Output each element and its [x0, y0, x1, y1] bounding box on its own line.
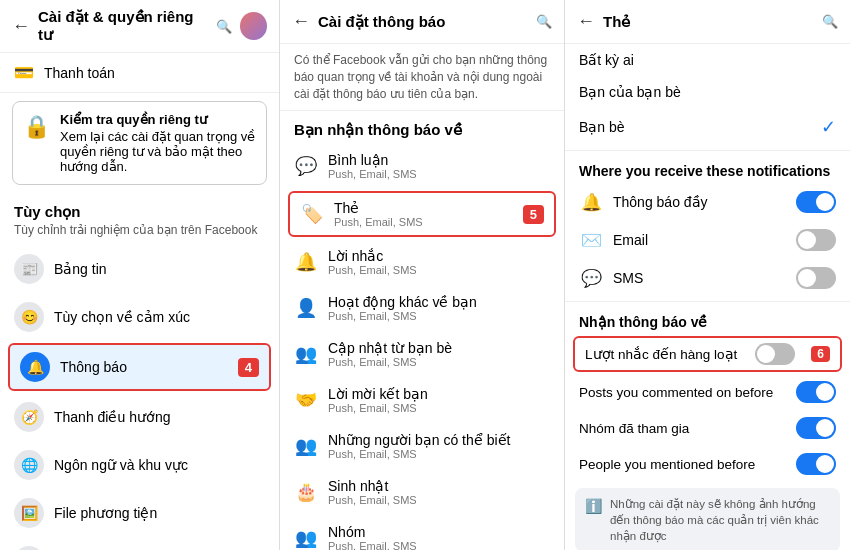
the-text: Thẻ Push, Email, SMS — [334, 200, 513, 228]
panel2-section-title: Bạn nhận thông báo về — [280, 111, 564, 143]
posts-commented-toggle[interactable] — [796, 381, 836, 403]
loi-nhac-name: Lời nhắc — [328, 248, 550, 264]
payment-item[interactable]: 💳 Thanh toán — [0, 53, 279, 93]
sinh-nhat-sub: Push, Email, SMS — [328, 494, 550, 506]
email-icon: ✉️ — [579, 230, 603, 251]
loi-moi-sub: Push, Email, SMS — [328, 402, 550, 414]
bang-tin-label: Bảng tin — [54, 261, 107, 277]
loi-nhac-icon: 🔔 — [294, 251, 318, 273]
thanh-dieu-huong-icon: 🧭 — [14, 402, 44, 432]
audience-option-bat-ky-ai[interactable]: Bất kỳ ai — [565, 44, 850, 76]
sms-toggle[interactable] — [796, 267, 836, 289]
privacy-check-text: Kiểm tra quyền riêng tư Xem lại các cài … — [60, 112, 256, 174]
p2-item-loi-moi[interactable]: 🤝 Lời mời kết bạn Push, Email, SMS — [280, 377, 564, 423]
p2-item-the[interactable]: 🏷️ Thẻ Push, Email, SMS 5 — [288, 191, 556, 237]
panel2-back-icon[interactable]: ← — [292, 11, 310, 32]
cam-xuc-label: Tùy chọn về cảm xúc — [54, 309, 190, 325]
email-toggle-label: Email — [613, 232, 786, 248]
binh-luan-text: Bình luận Push, Email, SMS — [328, 152, 550, 180]
privacy-check-title: Kiểm tra quyền riêng tư — [60, 112, 256, 127]
nhom-sub: Push, Email, SMS — [328, 540, 550, 550]
loi-moi-icon: 🤝 — [294, 389, 318, 411]
sidebar-item-thanh-dieu-huong[interactable]: 🧭 Thanh điều hướng — [0, 393, 279, 441]
sinh-nhat-name: Sinh nhật — [328, 478, 550, 494]
panel2-search-icon[interactable]: 🔍 — [536, 14, 552, 29]
panel1-title: Cài đặt & quyền riêng tư — [38, 8, 208, 44]
privacy-check-box[interactable]: 🔒 Kiểm tra quyền riêng tư Xem lại các cà… — [12, 101, 267, 185]
info-icon: ℹ️ — [585, 497, 602, 544]
email-toggle[interactable] — [796, 229, 836, 251]
cap-nhat-text: Cập nhật từ bạn bè Push, Email, SMS — [328, 340, 550, 368]
panel2-title: Cài đặt thông báo — [318, 13, 528, 31]
ban-cua-ban-be-label: Bạn của bạn bè — [579, 84, 836, 100]
cam-xuc-icon: 😊 — [14, 302, 44, 332]
people-mentioned-label: People you mentioned before — [579, 457, 786, 472]
section-divider-2 — [565, 301, 850, 302]
thong-bao-label: Thông báo — [60, 359, 228, 375]
hoat-dong-sub: Push, Email, SMS — [328, 310, 550, 322]
cap-nhat-sub: Push, Email, SMS — [328, 356, 550, 368]
the-badge: 5 — [523, 205, 544, 224]
p2-item-hoat-dong[interactable]: 👤 Hoạt động khác về bạn Push, Email, SMS — [280, 285, 564, 331]
panel3-title: Thẻ — [603, 13, 814, 31]
panel3-content: Bất kỳ ai Bạn của bạn bè Bạn bè ✓ Where … — [565, 44, 850, 550]
luot-nhac-badge: 6 — [811, 346, 830, 362]
panel1-search-icon[interactable]: 🔍 — [216, 19, 232, 34]
sidebar-item-bang-tin[interactable]: 📰 Bảng tin — [0, 245, 279, 293]
the-sub: Push, Email, SMS — [334, 216, 513, 228]
posts-commented-label: Posts you commented on before — [579, 385, 786, 400]
sidebar-item-ngon-ngu[interactable]: 🌐 Ngôn ngữ và khu vực — [0, 441, 279, 489]
p2-item-nguoi-biet[interactable]: 👥 Những người bạn có thể biết Push, Emai… — [280, 423, 564, 469]
panel3-search-icon[interactable]: 🔍 — [822, 14, 838, 29]
hoat-dong-icon: 👤 — [294, 297, 318, 319]
toggle-row-email: ✉️ Email — [565, 221, 850, 259]
binh-luan-icon: 💬 — [294, 155, 318, 177]
avatar[interactable] — [240, 12, 267, 40]
sms-toggle-label: SMS — [613, 270, 786, 286]
p2-item-sinh-nhat[interactable]: 🎂 Sinh nhật Push, Email, SMS — [280, 469, 564, 515]
the-name: Thẻ — [334, 200, 513, 216]
settings-privacy-panel: ← Cài đặt & quyền riêng tư 🔍 💳 Thanh toá… — [0, 0, 280, 550]
p2-item-nhom[interactable]: 👥 Nhóm Push, Email, SMS — [280, 515, 564, 550]
hoat-dong-name: Hoạt động khác về bạn — [328, 294, 550, 310]
where-section-title: Where you receive these notifications — [565, 155, 850, 183]
cap-nhat-icon: 👥 — [294, 343, 318, 365]
nhom-da-tham-gia-label: Nhóm đã tham gia — [579, 421, 786, 436]
panel3-back-icon[interactable]: ← — [577, 11, 595, 32]
nhom-name: Nhóm — [328, 524, 550, 540]
luot-nhac-toggle[interactable] — [755, 343, 795, 365]
thong-bao-icon: 🔔 — [20, 352, 50, 382]
p2-item-cap-nhat[interactable]: 👥 Cập nhật từ bạn bè Push, Email, SMS — [280, 331, 564, 377]
sidebar-item-tuy-chon-cam-xuc[interactable]: 😊 Tùy chọn về cảm xúc — [0, 293, 279, 341]
p2-item-loi-nhac[interactable]: 🔔 Lời nhắc Push, Email, SMS — [280, 239, 564, 285]
sidebar-item-thong-bao[interactable]: 🔔 Thông báo 4 — [8, 343, 271, 391]
info-box: ℹ️ Những cài đặt này sẽ không ảnh hướng … — [575, 488, 840, 550]
tag-settings-panel: ← Thẻ 🔍 Bất kỳ ai Bạn của bạn bè Bạn bè … — [565, 0, 850, 550]
sinh-nhat-text: Sinh nhật Push, Email, SMS — [328, 478, 550, 506]
thoi-gian-icon: ⏱️ — [14, 546, 44, 550]
sidebar-item-thoi-gian[interactable]: ⏱️ Thời gian bạn ở trên Facebook — [0, 537, 279, 550]
thong-bao-day-toggle[interactable] — [796, 191, 836, 213]
p2-item-binh-luan[interactable]: 💬 Bình luận Push, Email, SMS — [280, 143, 564, 189]
panel1-header: ← Cài đặt & quyền riêng tư 🔍 — [0, 0, 279, 53]
section-divider-1 — [565, 150, 850, 151]
panel1-back-icon[interactable]: ← — [12, 16, 30, 37]
sidebar-item-file[interactable]: 🖼️ File phương tiện — [0, 489, 279, 537]
loi-moi-name: Lời mời kết bạn — [328, 386, 550, 402]
notification-settings-panel: ← Cài đặt thông báo 🔍 Có thể Facebook vẫ… — [280, 0, 565, 550]
nguoi-biet-sub: Push, Email, SMS — [328, 448, 550, 460]
binh-luan-name: Bình luận — [328, 152, 550, 168]
nhom-da-tham-gia-toggle[interactable] — [796, 417, 836, 439]
people-mentioned-toggle[interactable] — [796, 453, 836, 475]
audience-option-ban-be[interactable]: Bạn bè ✓ — [565, 108, 850, 146]
ngon-ngu-icon: 🌐 — [14, 450, 44, 480]
ngon-ngu-label: Ngôn ngữ và khu vực — [54, 457, 188, 473]
payment-icon: 💳 — [14, 63, 34, 82]
loi-moi-text: Lời mời kết bạn Push, Email, SMS — [328, 386, 550, 414]
nhom-icon: 👥 — [294, 527, 318, 549]
file-icon: 🖼️ — [14, 498, 44, 528]
audience-option-ban-cua-ban-be[interactable]: Bạn của bạn bè — [565, 76, 850, 108]
panel2-intro: Có thể Facebook vẫn gửi cho bạn những th… — [280, 44, 564, 111]
bang-tin-icon: 📰 — [14, 254, 44, 284]
luot-nhac-label: Lượt nhắc đến hàng loạt — [585, 346, 745, 362]
